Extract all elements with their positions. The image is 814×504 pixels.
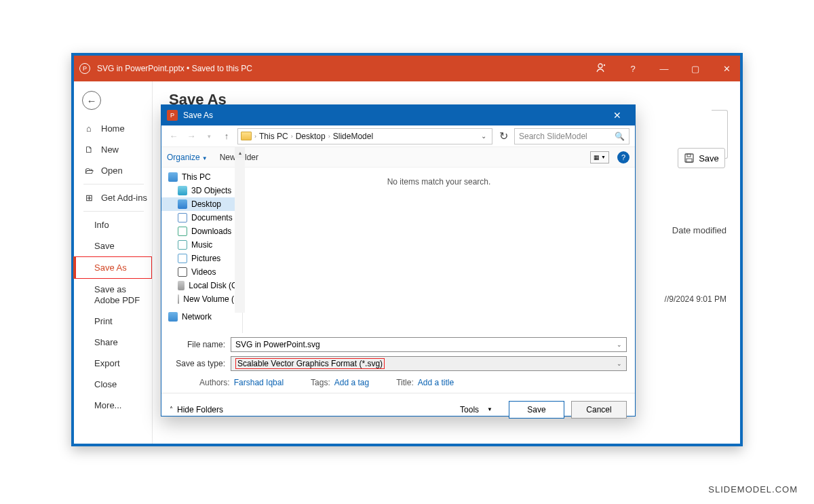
save-icon xyxy=(684,153,695,163)
search-placeholder: Search SlideModel xyxy=(519,132,587,141)
sidebar-item-info[interactable]: Info xyxy=(74,214,152,235)
dialog-save-button[interactable]: Save xyxy=(509,401,564,419)
tree-item-documents[interactable]: Documents xyxy=(161,211,242,225)
dialog-title: Save As xyxy=(183,111,213,120)
app-icon: P xyxy=(79,63,90,74)
nav-forward-button[interactable]: → xyxy=(185,130,198,143)
save-button-backstage[interactable]: Save xyxy=(678,148,725,168)
documents-icon xyxy=(178,213,187,222)
sidebar-item-save[interactable]: Save xyxy=(74,235,152,256)
file-name-input[interactable]: SVG in PowerPoint.svg⌄ xyxy=(231,337,627,352)
sidebar-item-more[interactable]: More... xyxy=(74,395,152,416)
sidebar-item-export[interactable]: Export xyxy=(74,353,152,374)
nav-back-button[interactable]: ← xyxy=(167,130,180,143)
file-name: SVG in PowerPoint.pptx xyxy=(97,64,185,73)
crumb-slidemodel[interactable]: SlideModel xyxy=(333,132,373,141)
title-meta-value[interactable]: Add a title xyxy=(418,378,454,387)
music-icon xyxy=(178,240,187,250)
network-icon xyxy=(168,312,178,322)
tags-value[interactable]: Add a tag xyxy=(334,378,369,387)
tools-menu[interactable]: Tools▼ xyxy=(460,405,492,414)
search-input[interactable]: Search SlideModel 🔍 xyxy=(514,128,629,144)
dialog-nav-row: ← → ▾ ↑ › This PC › Desktop › SlideModel… xyxy=(161,125,635,147)
dialog-form: File name: SVG in PowerPoint.svg⌄ Save a… xyxy=(161,333,635,393)
downloads-icon xyxy=(178,227,187,236)
dialog-titlebar: P Save As ✕ xyxy=(161,105,635,125)
view-options-button[interactable]: ▦ ▼ xyxy=(590,151,609,163)
close-app-button[interactable]: ✕ xyxy=(718,64,735,74)
organize-menu[interactable]: Organize▼ xyxy=(167,153,208,162)
app-titlebar: P SVG in PowerPoint.pptx • Saved to this… xyxy=(74,56,740,81)
pc-icon xyxy=(168,172,178,182)
chevron-down-icon: ▼ xyxy=(202,155,208,161)
dialog-cancel-button[interactable]: Cancel xyxy=(571,401,627,419)
tree-item-videos[interactable]: Videos xyxy=(161,265,242,279)
desktop-icon xyxy=(178,199,187,209)
tree-item-network[interactable]: Network xyxy=(161,310,242,324)
save-as-dialog: P Save As ✕ ← → ▾ ↑ › This PC › Desktop … xyxy=(161,104,636,416)
dialog-help-button[interactable]: ? xyxy=(617,151,629,163)
dialog-close-button[interactable]: ✕ xyxy=(605,110,629,121)
home-icon: ⌂ xyxy=(83,123,94,134)
pictures-icon xyxy=(178,254,187,263)
new-icon: 🗋 xyxy=(83,144,94,155)
videos-icon xyxy=(178,267,187,277)
open-icon: 🗁 xyxy=(83,166,94,176)
file-name-label: File name: xyxy=(170,340,231,349)
crumb-desktop[interactable]: Desktop xyxy=(296,132,326,141)
dialog-content: This PC 3D Objects Desktop Documents Dow… xyxy=(161,168,635,333)
sidebar-item-addins[interactable]: ⊞Get Add-ins xyxy=(74,187,152,208)
help-icon[interactable]: ? xyxy=(625,64,641,74)
sidebar-item-new[interactable]: 🗋New xyxy=(74,139,152,160)
chevron-up-icon: ˄ xyxy=(170,406,173,413)
dialog-footer: ˄Hide Folders Tools▼ Save Cancel xyxy=(161,393,635,425)
chevron-down-icon[interactable]: ⌄ xyxy=(617,341,622,348)
addins-icon: ⊞ xyxy=(83,193,94,203)
tree-item-thispc[interactable]: This PC xyxy=(161,170,242,184)
app-window: P SVG in PowerPoint.pptx • Saved to this… xyxy=(71,53,743,446)
tree-item-3dobjects[interactable]: 3D Objects xyxy=(161,184,242,197)
sidebar-item-close[interactable]: Close xyxy=(74,374,152,395)
maximize-button[interactable]: ▢ xyxy=(687,64,703,74)
sidebar-item-save-adobe[interactable]: Save as Adobe PDF xyxy=(74,279,152,311)
tags-label: Tags: xyxy=(311,378,330,387)
backstage-sidebar: ← ⌂Home 🗋New 🗁Open ⊞Get Add-ins Info Sav… xyxy=(74,81,153,444)
tree-item-pictures[interactable]: Pictures xyxy=(161,252,242,265)
disk-icon xyxy=(178,294,179,304)
title-meta-label: Title: xyxy=(396,378,414,387)
file-list-area: No items match your search. xyxy=(243,168,635,333)
authors-value[interactable]: Farshad Iqbal xyxy=(234,378,284,387)
tree-item-newvolume[interactable]: New Volume (D: xyxy=(161,292,242,306)
hide-folders-button[interactable]: ˄Hide Folders xyxy=(170,405,223,414)
sidebar-item-save-as[interactable]: Save As xyxy=(75,256,152,279)
nav-recent-button[interactable]: ▾ xyxy=(202,130,216,143)
sidebar-item-open[interactable]: 🗁Open xyxy=(74,160,152,181)
nav-up-button[interactable]: ↑ xyxy=(220,130,233,143)
scroll-up-icon[interactable]: ▴ xyxy=(235,147,245,158)
sidebar-item-print[interactable]: Print xyxy=(74,311,152,332)
folder-icon xyxy=(241,132,252,140)
crumb-thispc[interactable]: This PC xyxy=(259,132,288,141)
tree-scrollbar[interactable]: ▴ xyxy=(235,147,245,313)
back-button[interactable]: ← xyxy=(82,91,101,110)
svg-point-0 xyxy=(598,64,602,68)
chevron-down-icon[interactable]: ⌄ xyxy=(617,360,622,367)
date-modified-value: //9/2024 9:01 PM xyxy=(665,294,726,304)
save-type-select[interactable]: Scalable Vector Graphics Format (*.svg)⌄ xyxy=(231,356,627,371)
address-bar[interactable]: › This PC › Desktop › SlideModel ⌄ xyxy=(237,128,492,144)
tree-item-music[interactable]: Music xyxy=(161,238,242,252)
save-type-label: Save as type: xyxy=(170,359,231,368)
account-icon[interactable] xyxy=(594,62,610,75)
tree-item-desktop[interactable]: Desktop xyxy=(161,197,242,211)
tree-item-localdisk[interactable]: Local Disk (C:) xyxy=(161,279,242,292)
sidebar-item-share[interactable]: Share xyxy=(74,332,152,353)
refresh-button[interactable]: ↻ xyxy=(497,130,510,142)
minimize-button[interactable]: — xyxy=(656,64,672,74)
address-dropdown[interactable]: ⌄ xyxy=(478,132,489,140)
dialog-toolbar: Organize▼ New folder ▦ ▼ ? xyxy=(161,147,635,168)
sidebar-item-home[interactable]: ⌂Home xyxy=(74,118,152,139)
svg-rect-4 xyxy=(686,159,692,162)
authors-label: Authors: xyxy=(199,378,230,387)
tree-item-downloads[interactable]: Downloads xyxy=(161,225,242,238)
date-modified-header: Date modified xyxy=(672,225,726,235)
